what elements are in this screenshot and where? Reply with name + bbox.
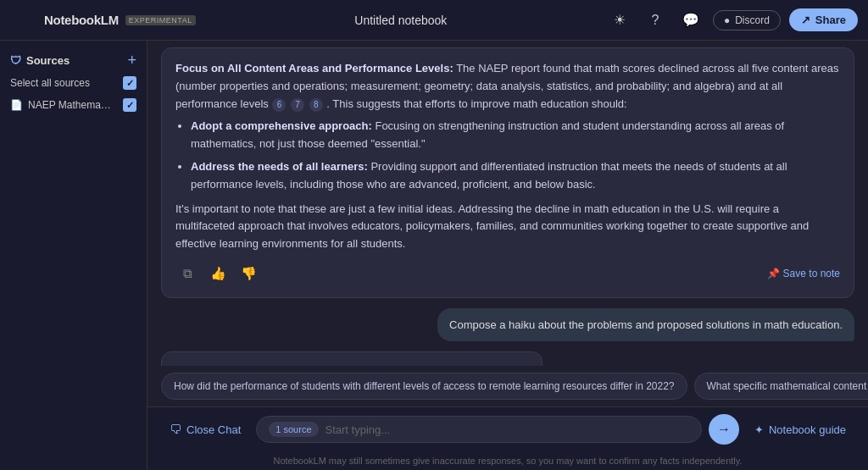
sources-header[interactable]: 🛡 Sources + [0,47,147,73]
close-chat-icon: 🗨 [170,423,181,436]
copy-icon: ⧉ [183,266,192,281]
suggestion-chip-2[interactable]: What specific mathematical content areas… [694,373,868,400]
suggestions-bar: How did the performance of students with… [147,366,868,406]
experimental-badge: EXPERIMENTAL [125,15,196,25]
response-conclusion: It's important to note that these are ju… [175,201,840,253]
source-item-naep[interactable]: 📄 NAEP Mathematics: M... [0,93,147,117]
theme-toggle-button[interactable]: ☀ [606,7,633,34]
thumbs-up-button-1[interactable]: 👍 [206,262,230,285]
notebook-title[interactable]: Untitled notebook [196,14,606,27]
discord-label: Discord [735,14,770,26]
copy-button-1[interactable]: ⧉ [175,262,199,285]
source-checkbox[interactable] [123,98,136,112]
chat-icon-button[interactable]: 💬 [677,7,704,34]
sources-label: 🛡 Sources [10,54,70,67]
add-icon: + [127,52,136,69]
shield-icon: 🛡 [10,54,21,67]
select-all-label: Select all sources [10,77,90,89]
topbar: NotebookLM EXPERIMENTAL Untitled noteboo… [0,0,868,41]
send-icon: → [717,422,731,437]
save-note-button-1[interactable]: 📌 Save to note [767,268,840,279]
footer-disclaimer: NotebookLM may still sometimes give inac… [273,456,742,466]
bullet-2-title: Address the needs of all learners: [191,160,368,173]
share-label: Share [815,14,846,26]
close-chat-button[interactable]: 🗨 Close Chat [161,417,249,441]
bullet-1-title: Adopt a comprehensive approach: [191,119,372,132]
close-chat-label: Close Chat [186,423,241,436]
save-note-icon: 📌 [767,268,780,279]
topbar-right: ☀ ? 💬 ● Discord ↗ Share [606,7,858,34]
share-icon: ↗ [801,14,810,26]
select-all-checkbox[interactable] [123,76,136,90]
add-source-button[interactable]: + [127,53,136,68]
chat-area: Focus on All Content Areas and Performan… [147,41,868,470]
chat-messages[interactable]: Focus on All Content Areas and Performan… [147,41,868,366]
help-button[interactable]: ? [642,7,669,34]
doc-icon: 📄 [10,99,23,111]
input-bar: 🗨 Close Chat 1 source → ✦ Notebook guide [147,406,868,451]
response-body-2: . This suggests that efforts to improve … [326,97,626,110]
notebook-guide-button[interactable]: ✦ Notebook guide [746,418,854,441]
user-bubble: Compose a haiku about the problems and p… [437,308,854,342]
share-button[interactable]: ↗ Share [789,8,858,31]
ai-response-1: Focus on All Content Areas and Performan… [161,47,854,298]
footer: NotebookLM may still sometimes give inac… [147,451,868,470]
help-icon: ? [651,13,659,28]
discord-icon: ● [724,14,730,26]
save-note-label: Save to note [783,268,840,279]
suggestion-chip-1[interactable]: How did the performance of students with… [161,373,687,400]
response-actions-1: ⧉ 👍 👎 📌 Save to note [175,262,840,285]
theme-icon: ☀ [614,12,626,28]
topbar-left: NotebookLM EXPERIMENTAL [10,7,196,34]
bullet-2: Address the needs of all learners: Provi… [191,158,840,194]
select-all-row[interactable]: Select all sources [0,73,147,93]
response-heading: Focus on All Content Areas and Performan… [175,62,453,75]
cite-8: 8 [309,98,323,112]
send-button[interactable]: → [709,414,739,445]
haiku-response: Scores have declined, Pandemic learning … [161,351,542,366]
cite-6: 6 [272,98,286,112]
notebook-guide-icon: ✦ [754,423,764,436]
sidebar: 🛡 Sources + Select all sources 📄 NAEP Ma… [0,41,147,470]
main-layout: 🛡 Sources + Select all sources 📄 NAEP Ma… [0,41,868,470]
sources-text: Sources [26,54,70,67]
user-message: Compose a haiku about the problems and p… [161,308,854,342]
source-item-left: 📄 NAEP Mathematics: M... [10,99,113,111]
input-wrapper: 1 source [256,416,702,443]
bullet-1: Adopt a comprehensive approach: Focusing… [191,118,840,153]
notebook-guide-label: Notebook guide [769,423,846,436]
chat-icon: 💬 [682,12,699,28]
source-name: NAEP Mathematics: M... [28,99,113,111]
app-name: NotebookLM [44,13,119,27]
cite-7: 7 [291,98,304,112]
menu-button[interactable] [10,7,37,34]
thumbs-down-button-1[interactable]: 👎 [236,262,260,285]
discord-button[interactable]: ● Discord [713,10,781,30]
thumbs-down-icon: 👎 [241,266,257,281]
source-badge: 1 source [269,422,318,437]
thumbs-up-icon: 👍 [210,266,226,281]
chat-input[interactable] [326,423,689,436]
ai-response-text: Focus on All Content Areas and Performan… [175,60,840,253]
